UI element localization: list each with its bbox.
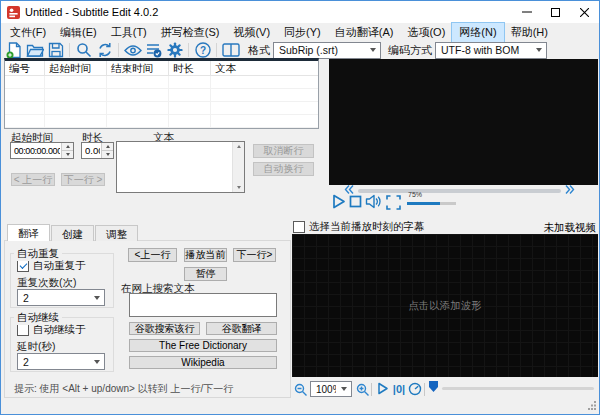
column-text[interactable]: 文本 <box>211 61 318 75</box>
spin-up-button[interactable] <box>62 143 73 150</box>
auto-repeat-checkbox[interactable] <box>17 260 29 272</box>
table-row[interactable] <box>5 115 318 128</box>
volume-fill <box>407 202 440 205</box>
close-button[interactable] <box>570 1 599 23</box>
format-label: 格式 <box>248 43 270 58</box>
stop-button[interactable] <box>349 195 362 208</box>
maximize-button[interactable] <box>541 1 570 23</box>
settings-button[interactable] <box>164 41 185 59</box>
start-time-spinner[interactable] <box>10 142 74 159</box>
web-search-input[interactable] <box>129 293 277 317</box>
repeat-count-select[interactable]: 2 <box>17 289 105 306</box>
visual-sync-button[interactable] <box>122 41 143 59</box>
seek-forward-button[interactable] <box>565 185 575 194</box>
spin-up-button[interactable] <box>102 143 113 150</box>
find-button[interactable] <box>73 41 94 59</box>
eye-icon <box>124 44 142 57</box>
tab-adjust[interactable]: 调整 <box>95 225 138 241</box>
resize-grip[interactable] <box>587 400 597 412</box>
spin-down-button[interactable] <box>62 150 73 158</box>
waveform-position-slider[interactable] <box>442 387 594 390</box>
speaker-icon <box>365 194 382 209</box>
duration-spinner[interactable] <box>81 142 114 159</box>
gauge-icon <box>408 382 422 396</box>
video-display <box>329 59 598 185</box>
google-search-button[interactable]: 谷歌搜索该行 <box>129 322 200 335</box>
waveform-zoom-in-button[interactable] <box>356 383 370 397</box>
menu-options[interactable]: 选项(O) <box>400 23 452 42</box>
spell-check-button[interactable] <box>143 41 164 59</box>
replace-button[interactable] <box>94 41 115 59</box>
google-translate-button[interactable]: 谷歌翻译 <box>206 322 277 335</box>
menu-file[interactable]: 文件(F) <box>3 23 53 42</box>
play-button[interactable] <box>330 193 347 210</box>
play-current-button[interactable]: 播放当前 <box>184 248 227 262</box>
goto-start-button[interactable]: |0| <box>391 382 407 395</box>
video-seek-slider[interactable] <box>358 189 561 193</box>
unbreak-button[interactable]: 取消断行 <box>253 144 314 158</box>
tab-create[interactable]: 创建 <box>51 225 94 241</box>
free-dictionary-button[interactable]: The Free Dictionary <box>129 339 277 352</box>
table-row[interactable] <box>5 76 318 89</box>
subtitle-list[interactable]: 编号 起始时间 结束时间 时长 文本 <box>4 58 319 129</box>
encoding-select[interactable]: UTF-8 with BOM <box>435 42 547 59</box>
new-file-button[interactable] <box>3 41 24 59</box>
main-toolbar: ? 格式 SubRip (.srt) 编码方式 UTF-8 with BOM <box>3 41 547 59</box>
volume-slider[interactable] <box>407 202 456 205</box>
subtitle-text-area[interactable] <box>117 142 232 192</box>
menu-sync[interactable]: 同步(Y) <box>277 23 328 42</box>
menu-spellcheck[interactable]: 拼写检查(S) <box>154 23 227 42</box>
waveform-hint: 点击以添加波形 <box>408 299 482 313</box>
scroll-up-icon <box>237 145 241 148</box>
menu-auto-translate[interactable]: 自动翻译(A) <box>328 23 401 42</box>
auto-continue-checkbox[interactable] <box>17 324 29 336</box>
fullscreen-button[interactable] <box>386 195 401 210</box>
column-start-time[interactable]: 起始时间 <box>45 61 107 75</box>
menu-tools[interactable]: 工具(T) <box>104 23 154 42</box>
menu-network[interactable]: 网络(N) <box>452 23 503 42</box>
menu-help[interactable]: 帮助(H) <box>504 23 555 42</box>
layout-button[interactable] <box>220 41 241 59</box>
column-duration[interactable]: 时长 <box>169 61 211 75</box>
waveform-zoom-select[interactable]: 100% <box>310 381 352 397</box>
tab-translate[interactable]: 翻译 <box>7 224 50 241</box>
duration-input[interactable] <box>82 143 101 158</box>
repeat-count-label: 重复次数(次) <box>17 276 77 290</box>
menu-edit[interactable]: 编辑(E) <box>53 23 104 42</box>
waveform-play-button[interactable] <box>376 382 389 395</box>
format-select[interactable]: SubRip (.srt) <box>273 42 381 59</box>
select-current-subtitle-checkbox[interactable] <box>293 221 305 233</box>
new-file-icon <box>6 42 22 59</box>
mute-button[interactable] <box>365 194 382 209</box>
toolbar-separator <box>118 43 119 57</box>
auto-repeat-group-label: 自动重复 <box>14 247 62 261</box>
column-end-time[interactable]: 结束时间 <box>107 61 169 75</box>
subtitle-list-header: 编号 起始时间 结束时间 时长 文本 <box>5 61 318 76</box>
text-scrollbar[interactable] <box>232 142 244 192</box>
translate-next-line-button[interactable]: 下一行> <box>233 248 276 262</box>
minimize-button[interactable] <box>512 1 541 23</box>
menu-video[interactable]: 视频(V) <box>226 23 277 42</box>
spin-down-button[interactable] <box>102 150 113 158</box>
wikipedia-button[interactable]: Wikipedia <box>129 356 277 369</box>
table-row[interactable] <box>5 89 318 102</box>
volume-percent-label: 75% <box>408 191 422 198</box>
help-button[interactable]: ? <box>192 41 213 59</box>
waveform-position-marker[interactable] <box>429 381 438 392</box>
prev-line-button[interactable]: < 上一行 <box>11 173 55 186</box>
waveform-zoom-out-button[interactable] <box>294 383 308 397</box>
resize-grip-icon <box>587 400 597 410</box>
start-time-input[interactable] <box>11 143 61 158</box>
playback-speed-button[interactable] <box>408 382 422 396</box>
table-row[interactable] <box>5 102 318 115</box>
next-line-button[interactable]: 下一行 > <box>61 173 105 186</box>
column-number[interactable]: 编号 <box>5 61 45 75</box>
translate-prev-line-button[interactable]: <上一行 <box>128 248 177 262</box>
delay-select[interactable]: 2 <box>17 353 105 370</box>
pause-button[interactable]: 暂停 <box>184 267 227 281</box>
chevron-down-icon <box>341 387 347 391</box>
save-file-button[interactable] <box>45 41 66 59</box>
waveform-area[interactable]: 点击以添加波形 <box>292 234 598 377</box>
autobreak-button[interactable]: 自动换行 <box>253 162 314 176</box>
open-file-button[interactable] <box>24 41 45 59</box>
